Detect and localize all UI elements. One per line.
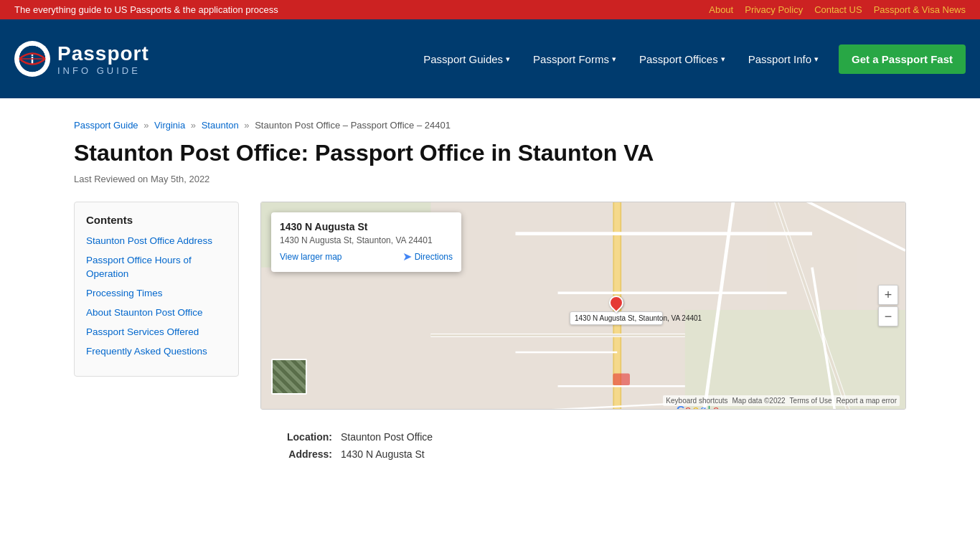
breadcrumb: Passport Guide » Virginia » Staunton » S… (74, 120, 906, 131)
address-value: 1430 N Augusta St (341, 448, 425, 460)
map-thumb-inner (273, 360, 306, 393)
directions-icon: ➤ (402, 250, 412, 263)
marker-pin (606, 293, 626, 313)
zoom-out-button[interactable]: − (878, 306, 898, 326)
map-and-info: G o o g l e 1430 N Augusta St 1430 N Aug… (260, 202, 906, 466)
view-larger-map-link[interactable]: View larger map (280, 252, 341, 262)
breadcrumb-passport-guide[interactable]: Passport Guide (74, 120, 138, 131)
top-bar: The everything guide to US Passports & t… (0, 0, 980, 19)
logo-text-sub: INFO GUIDE (57, 65, 149, 76)
directions-label: Directions (415, 252, 453, 262)
breadcrumb-sep-1: » (143, 120, 151, 131)
map-popup: 1430 N Augusta St 1430 N Augusta St, Sta… (271, 212, 461, 272)
nav-passport-forms[interactable]: Passport Forms ▾ (523, 47, 626, 71)
breadcrumb-staunton[interactable]: Staunton (202, 120, 239, 131)
map-data-label: Map data ©2022 (732, 397, 786, 405)
map-popup-address: 1430 N Augusta St, Staunton, VA 24401 (280, 235, 453, 245)
location-value: Staunton Post Office (341, 431, 433, 443)
top-bar-message: The everything guide to US Passports & t… (14, 4, 278, 15)
terms-of-use[interactable]: Terms of Use (790, 397, 832, 405)
chevron-down-icon: ▾ (721, 55, 725, 64)
privacy-link[interactable]: Privacy Policy (745, 4, 803, 15)
map-popup-title: 1430 N Augusta St (280, 221, 453, 232)
breadcrumb-sep-3: » (244, 120, 252, 131)
logo[interactable]: i Passport INFO GUIDE (14, 41, 149, 77)
about-link[interactable]: About (709, 4, 733, 15)
map-popup-footer: View larger map ➤ Directions (280, 250, 453, 263)
sidebar-link-hours[interactable]: Passport Office Hours of Operation (86, 254, 227, 281)
directions-button[interactable]: ➤ Directions (402, 250, 453, 263)
page-title: Staunton Post Office: Passport Office in… (74, 139, 906, 166)
location-row: Location: Staunton Post Office (260, 431, 906, 443)
map-background: G o o g l e 1430 N Augusta St 1430 N Aug… (261, 202, 905, 409)
sidebar-link-address[interactable]: Staunton Post Office Address (86, 235, 227, 248)
news-link[interactable]: Passport & Visa News (874, 4, 966, 15)
sidebar-link-faq[interactable]: Frequently Asked Questions (86, 345, 227, 359)
nav-passport-guides[interactable]: Passport Guides ▾ (413, 47, 520, 71)
top-bar-links: About Privacy Policy Contact US Passport… (709, 4, 966, 15)
report-map-error[interactable]: Report a map error (837, 397, 897, 405)
address-row: Address: 1430 N Augusta St (260, 448, 906, 460)
location-label: Location: (260, 431, 332, 443)
main-nav: Passport Guides ▾ Passport Forms ▾ Passp… (413, 44, 966, 74)
contact-link[interactable]: Contact US (814, 4, 862, 15)
header: i Passport INFO GUIDE Passport Guides ▾ … (0, 19, 980, 98)
nav-passport-offices[interactable]: Passport Offices ▾ (629, 47, 735, 71)
map-container[interactable]: G o o g l e 1430 N Augusta St 1430 N Aug… (260, 202, 906, 410)
zoom-in-button[interactable]: + (878, 285, 898, 305)
logo-text-main: Passport (57, 42, 149, 65)
map-marker[interactable]: 1430 N Augusta St, Staunton, VA 24401 (570, 296, 663, 325)
last-reviewed: Last Reviewed on May 5th, 2022 (74, 174, 906, 184)
cta-button[interactable]: Get a Passport Fast (839, 44, 966, 74)
svg-rect-21 (613, 374, 630, 386)
breadcrumb-virginia[interactable]: Virginia (154, 120, 185, 131)
main-layout: Contents Staunton Post Office Address Pa… (74, 202, 906, 466)
address-label: Address: (260, 448, 332, 460)
breadcrumb-sep-2: » (191, 120, 199, 131)
sidebar-link-services[interactable]: Passport Services Offered (86, 326, 227, 339)
chevron-down-icon: ▾ (612, 55, 616, 64)
breadcrumb-current: Staunton Post Office – Passport Office –… (255, 120, 451, 131)
map-satellite-thumbnail[interactable] (271, 359, 307, 395)
map-marker-label: 1430 N Augusta St, Staunton, VA 24401 (570, 311, 663, 325)
nav-passport-info[interactable]: Passport Info ▾ (738, 47, 829, 71)
sidebar-link-about[interactable]: About Staunton Post Office (86, 306, 227, 320)
content-area: Passport Guide » Virginia » Staunton » S… (60, 98, 920, 487)
sidebar-title: Contents (86, 214, 227, 226)
sidebar: Contents Staunton Post Office Address Pa… (74, 202, 239, 376)
info-table: Location: Staunton Post Office Address: … (260, 431, 906, 460)
logo-icon: i (14, 41, 50, 77)
chevron-down-icon: ▾ (506, 55, 510, 64)
keyboard-shortcuts[interactable]: Keyboard shortcuts (666, 397, 727, 405)
chevron-down-icon: ▾ (814, 55, 819, 64)
sidebar-link-processing[interactable]: Processing Times (86, 287, 227, 301)
svg-rect-6 (685, 310, 905, 409)
map-attribution: Keyboard shortcuts Map data ©2022 Terms … (663, 395, 900, 406)
map-zoom-controls: + − (878, 285, 898, 326)
